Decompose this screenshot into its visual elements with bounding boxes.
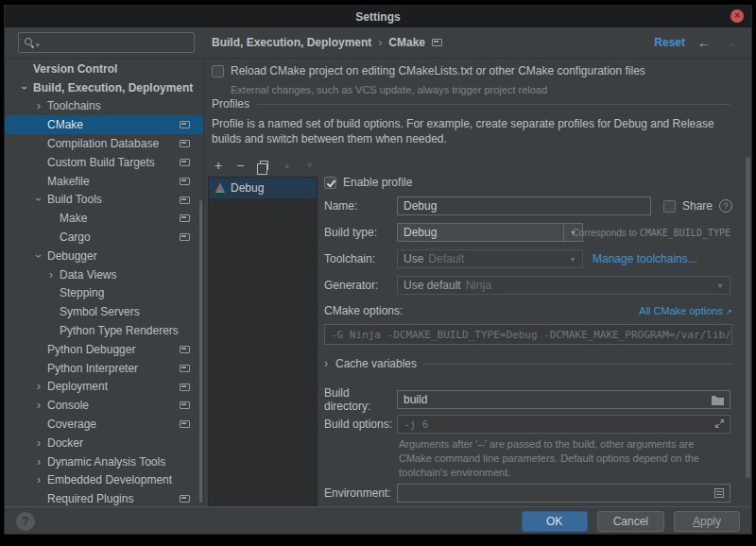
expand-icon[interactable] [714, 418, 725, 429]
chevron-right-icon[interactable] [32, 399, 45, 412]
reset-link[interactable]: Reset [654, 36, 685, 49]
chevron-right-icon[interactable] [32, 473, 45, 486]
cmake-options-input[interactable]: -G Ninja -DCMAKE_BUILD_TYPE=Debug -DCMAK… [324, 324, 732, 345]
close-icon[interactable] [730, 9, 744, 23]
sidebar-item-cmake[interactable]: CMake [5, 115, 203, 134]
toolchain-select[interactable]: UseDefault [397, 249, 583, 268]
separator-line [257, 104, 730, 105]
sidebar-item-make[interactable]: Make [5, 209, 203, 228]
all-cmake-options-link[interactable]: All CMake options [639, 305, 732, 316]
search-input[interactable] [41, 36, 189, 49]
share-help-icon[interactable] [719, 199, 732, 213]
name-input[interactable]: Debug [397, 196, 651, 215]
chevron-right-icon[interactable] [324, 357, 328, 370]
generator-row: Generator: Use defaultNinja [324, 276, 732, 295]
sidebar-item-debugger[interactable]: Debugger [5, 247, 203, 265]
combo-arrow-icon[interactable] [563, 250, 582, 267]
settings-header: Build, Execution, Deployment › CMake Res… [5, 27, 751, 59]
enable-profile-checkbox[interactable] [324, 177, 336, 189]
profiles-section-header: Profiles [212, 97, 730, 111]
sidebar-item-symbol-servers[interactable]: Symbol Servers [5, 302, 203, 321]
sidebar-item-makefile[interactable]: Makefile [5, 172, 203, 191]
chevron-down-icon[interactable] [32, 249, 45, 263]
screen-icon [180, 384, 190, 391]
build-type-label: Build type: [324, 226, 397, 239]
sidebar-item-toolchains[interactable]: Toolchains [5, 97, 203, 116]
sidebar-item-build-tools[interactable]: Build Tools [5, 191, 203, 210]
add-profile-icon[interactable] [215, 159, 222, 172]
cmake-logo-icon [215, 182, 226, 194]
settings-tree: Version Control Build, Execution, Deploy… [5, 59, 204, 506]
remove-profile-icon[interactable] [236, 159, 244, 172]
toolchain-label: Toolchain: [324, 252, 397, 265]
sidebar-item-build-execution-deployment[interactable]: Build, Execution, Deployment [5, 78, 203, 97]
build-type-row: Build type: Debug Corresponds to CMAKE_B… [324, 223, 732, 242]
sidebar-item-deployment[interactable]: Deployment [5, 378, 203, 397]
chevron-right-icon[interactable] [32, 380, 45, 393]
environment-input[interactable] [397, 484, 730, 503]
screen-icon [180, 121, 190, 128]
build-directory-label: Build directory: [324, 386, 397, 413]
copy-profile-icon[interactable] [260, 161, 268, 170]
sidebar-item-python-interpreter[interactable]: Python Interpreter [5, 359, 203, 378]
folder-icon[interactable] [711, 394, 725, 405]
sidebar-item-coverage[interactable]: Coverage [5, 415, 203, 434]
reload-cmake-label: Reload CMake project on editing CMakeLis… [231, 64, 645, 77]
name-row: Name: Debug Share [324, 196, 732, 215]
reload-cmake-checkbox-row[interactable]: Reload CMake project on editing CMakeLis… [212, 64, 645, 77]
breadcrumb-parent[interactable]: Build, Execution, Deployment [212, 36, 371, 49]
sidebar-item-compilation-database[interactable]: Compilation Database [5, 134, 203, 153]
chevron-right-icon[interactable] [32, 455, 45, 469]
screen-icon [432, 39, 442, 46]
sidebar-item-docker[interactable]: Docker [5, 434, 203, 452]
content-scrollbar[interactable] [746, 157, 750, 478]
build-options-hint: Arguments after '--' are passed to the b… [399, 437, 718, 480]
combo-arrow-icon[interactable] [711, 277, 730, 294]
sidebar-item-cargo[interactable]: Cargo [5, 228, 203, 247]
profile-list-item-debug[interactable]: Debug [209, 178, 317, 198]
sidebar-scrollbar[interactable] [199, 200, 202, 503]
environment-variables-icon[interactable] [713, 487, 725, 499]
chevron-right-icon[interactable] [32, 436, 45, 450]
sidebar-item-embedded-development[interactable]: Embedded Development [5, 471, 203, 490]
cancel-button[interactable]: Cancel [597, 511, 664, 532]
share-checkbox[interactable] [663, 200, 676, 213]
chevron-right-icon[interactable] [32, 99, 45, 112]
sidebar-item-required-plugins[interactable]: Required Plugins [5, 489, 203, 506]
name-label: Name: [324, 199, 397, 213]
move-down-icon [305, 159, 314, 172]
build-type-hint: Corresponds to CMAKE_BUILD_TYPE [573, 228, 730, 238]
build-type-select[interactable]: Debug [397, 223, 583, 242]
sidebar-item-custom-build-targets[interactable]: Custom Build Targets [5, 153, 203, 172]
chevron-right-icon[interactable] [44, 268, 58, 282]
build-options-input[interactable]: -j 6 [397, 415, 730, 434]
profile-name: Debug [231, 181, 264, 195]
profiles-section-title: Profiles [212, 97, 249, 111]
search-box[interactable] [18, 32, 195, 53]
generator-select[interactable]: Use defaultNinja [397, 276, 730, 295]
sidebar-item-stepping[interactable]: Stepping [5, 284, 203, 303]
sidebar-item-console[interactable]: Console [5, 396, 203, 415]
ok-button[interactable]: OK [522, 511, 588, 532]
help-button[interactable] [16, 512, 35, 531]
chevron-down-icon[interactable] [18, 81, 31, 94]
back-arrow-icon[interactable]: ← [697, 36, 711, 49]
apply-button[interactable]: Apply [674, 511, 740, 532]
forward-arrow-icon: → [723, 36, 736, 49]
build-directory-input[interactable]: build [397, 390, 730, 409]
sidebar-item-data-views[interactable]: Data Views [5, 265, 203, 284]
cache-variables-label: Cache variables [335, 357, 417, 370]
sidebar-item-version-control[interactable]: Version Control [5, 60, 203, 78]
sidebar-item-python-type-renderers[interactable]: Python Type Renderers [5, 321, 203, 340]
cache-variables-section[interactable]: Cache variables [324, 357, 732, 370]
sidebar-item-dynamic-analysis-tools[interactable]: Dynamic Analysis Tools [5, 452, 203, 471]
sidebar-item-python-debugger[interactable]: Python Debugger [5, 340, 203, 359]
chevron-down-icon[interactable] [32, 193, 45, 206]
screen-icon [180, 401, 190, 409]
enable-profile-row[interactable]: Enable profile [324, 176, 732, 189]
reload-cmake-checkbox[interactable] [212, 65, 224, 77]
search-history-chevron-icon[interactable] [36, 34, 40, 51]
manage-toolchains-link[interactable]: Manage toolchains... [593, 252, 697, 265]
cmake-options-row: CMake options: All CMake options [324, 304, 732, 317]
profile-list: Debug [208, 177, 318, 506]
